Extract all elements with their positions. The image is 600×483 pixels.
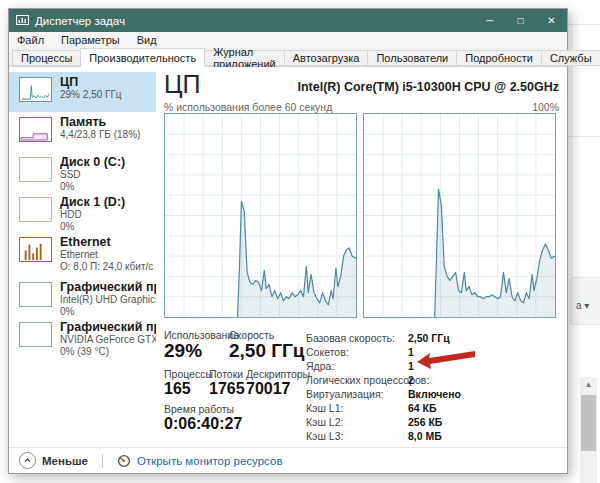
stat-logical-value: 2 <box>408 374 414 386</box>
tab-bar: Процессы Производительность Журнал прило… <box>9 48 567 67</box>
menu-options[interactable]: Параметры <box>61 34 120 46</box>
menu-bar: Файл Параметры Вид <box>9 32 567 48</box>
sidebar-disk1-sub: HDD <box>60 209 156 221</box>
sidebar-disk0-sub2: 0% <box>60 181 156 193</box>
cpu-usage-chart-core2[interactable] <box>363 113 556 318</box>
tab-startup[interactable]: Автозагрузка <box>284 50 369 66</box>
sidebar-ethernet-title: Ethernet <box>60 235 156 249</box>
background-dropdown-label: а ▾ <box>576 300 589 311</box>
page-scrollbar[interactable]: ▲ <box>580 377 597 483</box>
tab-services[interactable]: Службы <box>541 50 600 66</box>
stat-l2-value: 256 КБ <box>408 416 442 428</box>
sidebar-item-cpu[interactable]: ЦП 29% 2,50 ГГц <box>9 72 156 112</box>
close-button[interactable]: ✕ <box>536 9 567 32</box>
stat-handles-label: Дескрипторы <box>246 368 310 380</box>
sidebar-cpu-title: ЦП <box>60 75 156 89</box>
cpu-mini-chart <box>19 77 52 102</box>
stat-handles-value: 70017 <box>246 380 291 398</box>
stat-basespeed-value: 2,50 ГГц <box>408 332 450 344</box>
stat-basespeed-label: Базовая скорость: <box>306 332 395 344</box>
sidebar-item-memory[interactable]: Память 4,4/23,8 ГБ (18%) <box>9 112 156 152</box>
stat-cores-value: 1 <box>408 360 414 372</box>
sidebar-item-disk0[interactable]: Диск 0 (C:) SSD 0% <box>9 152 156 192</box>
tab-performance[interactable]: Производительность <box>80 48 205 67</box>
sidebar-item-gpu0[interactable]: Графический про Intel(R) UHD Graphics 0% <box>9 277 156 317</box>
stat-l1-label: Кэш L1: <box>306 402 343 414</box>
open-resource-monitor-link[interactable]: Открыть монитор ресурсов <box>137 455 283 467</box>
menu-view[interactable]: Вид <box>137 34 157 46</box>
window-controls: ─ □ ✕ <box>474 9 567 32</box>
red-arrow-annotation <box>416 347 476 371</box>
cpu-stats: Использование 29% Скорость 2,50 ГГц Проц… <box>164 327 561 447</box>
page-title: ЦП <box>164 70 200 99</box>
stat-l3-label: Кэш L3: <box>306 430 343 442</box>
screen: а ▾ ▲ Диспетчер задач ─ □ ✕ Файл Парамет… <box>0 0 600 483</box>
maximize-button[interactable]: □ <box>505 9 536 32</box>
stat-virtualization-value: Включено <box>408 388 461 400</box>
footer-bar: Меньше Открыть монитор ресурсов <box>9 447 567 473</box>
footer-separator <box>102 454 103 468</box>
tab-processes[interactable]: Процессы <box>12 50 81 66</box>
sidebar-gpu1-sub2: 0% (39 °C) <box>60 346 156 358</box>
app-icon <box>16 15 29 26</box>
stat-l2-label: Кэш L2: <box>306 416 343 428</box>
memory-mini-chart <box>19 117 52 142</box>
content: ЦП 29% 2,50 ГГц Память 4,4/23,8 ГБ (18%) <box>9 67 567 447</box>
ethernet-mini-chart <box>19 237 52 262</box>
sidebar-disk1-sub2: 0% <box>60 221 156 233</box>
cpu-usage-charts <box>164 113 556 318</box>
sidebar-item-gpu1[interactable]: Графический про NVIDIA GeForce GTX 16 0%… <box>9 317 156 357</box>
tab-users[interactable]: Пользователи <box>367 50 457 66</box>
stat-cores-label: Ядра: <box>306 360 334 372</box>
stat-l3-value: 8,0 МБ <box>408 430 442 442</box>
menu-file[interactable]: Файл <box>17 34 44 46</box>
chevron-up-icon[interactable] <box>19 452 36 469</box>
cpu-model-name: Intel(R) Core(TM) i5-10300H CPU @ 2.50GH… <box>297 80 559 94</box>
stat-uptime-label: Время работы <box>164 403 234 415</box>
sidebar-disk1-title: Диск 1 (D:) <box>60 195 156 209</box>
stat-l1-value: 64 КБ <box>408 402 437 414</box>
stat-threads-label: Потоки <box>209 368 243 380</box>
stat-processes-label: Процессы <box>164 368 213 380</box>
tab-details[interactable]: Подробности <box>456 50 542 66</box>
stat-sockets-label: Сокетов: <box>306 346 349 358</box>
performance-sidebar: ЦП 29% 2,50 ГГц Память 4,4/23,8 ГБ (18%) <box>9 67 156 447</box>
sidebar-gpu1-title: Графический про <box>60 320 156 334</box>
gpu0-mini-chart <box>19 282 52 307</box>
sidebar-gpu0-sub2: 0% <box>60 306 156 318</box>
disk1-mini-chart <box>19 197 52 222</box>
tab-app-history[interactable]: Журнал приложений <box>204 50 285 66</box>
fewer-details-button[interactable]: Меньше <box>42 455 88 467</box>
sidebar-gpu0-sub: Intel(R) UHD Graphics <box>60 294 156 306</box>
sidebar-item-disk1[interactable]: Диск 1 (D:) HDD 0% <box>9 192 156 232</box>
minimize-button[interactable]: ─ <box>474 9 505 32</box>
gpu1-mini-chart <box>19 322 52 347</box>
sidebar-gpu1-sub: NVIDIA GeForce GTX 16 <box>60 334 156 346</box>
resource-monitor-icon <box>117 454 131 468</box>
sidebar-ethernet-sub: Ethernet <box>60 249 156 261</box>
sidebar-memory-sub: 4,4/23,8 ГБ (18%) <box>60 129 156 141</box>
chart-max-label: 100% <box>532 101 559 113</box>
sidebar-cpu-sub: 29% 2,50 ГГц <box>60 89 156 101</box>
cpu-panel: ЦП Intel(R) Core(TM) i5-10300H CPU @ 2.5… <box>156 67 567 447</box>
sidebar-disk0-title: Диск 0 (C:) <box>60 155 156 169</box>
stat-usage-value: 29% <box>164 340 202 362</box>
stat-sockets-value: 1 <box>408 346 414 358</box>
sidebar-item-ethernet[interactable]: Ethernet Ethernet О: 8,0 П: 24,0 кбит/с <box>9 232 156 277</box>
scrollbar-up-icon[interactable]: ▲ <box>580 377 597 392</box>
task-manager-window: Диспетчер задач ─ □ ✕ Файл Параметры Вид… <box>8 8 568 474</box>
titlebar[interactable]: Диспетчер задач ─ □ ✕ <box>9 9 567 32</box>
sidebar-gpu0-title: Графический про <box>60 280 156 294</box>
stat-threads-value: 1765 <box>209 380 245 398</box>
stat-processes-value: 165 <box>164 380 191 398</box>
cpu-usage-chart-core1[interactable] <box>164 113 357 318</box>
stat-uptime-value: 0:06:40:27 <box>164 415 242 433</box>
sidebar-memory-title: Память <box>60 115 156 129</box>
background-dropdown[interactable]: а ▾ <box>570 277 600 325</box>
stat-virtualization-label: Виртуализация: <box>306 388 384 400</box>
disk0-mini-chart <box>19 157 52 182</box>
sidebar-ethernet-sub2: О: 8,0 П: 24,0 кбит/с <box>60 261 156 273</box>
sidebar-disk0-sub: SSD <box>60 169 156 181</box>
scrollbar-thumb[interactable] <box>581 395 596 451</box>
chart-caption: % использования более 60 секунд <box>164 101 332 113</box>
